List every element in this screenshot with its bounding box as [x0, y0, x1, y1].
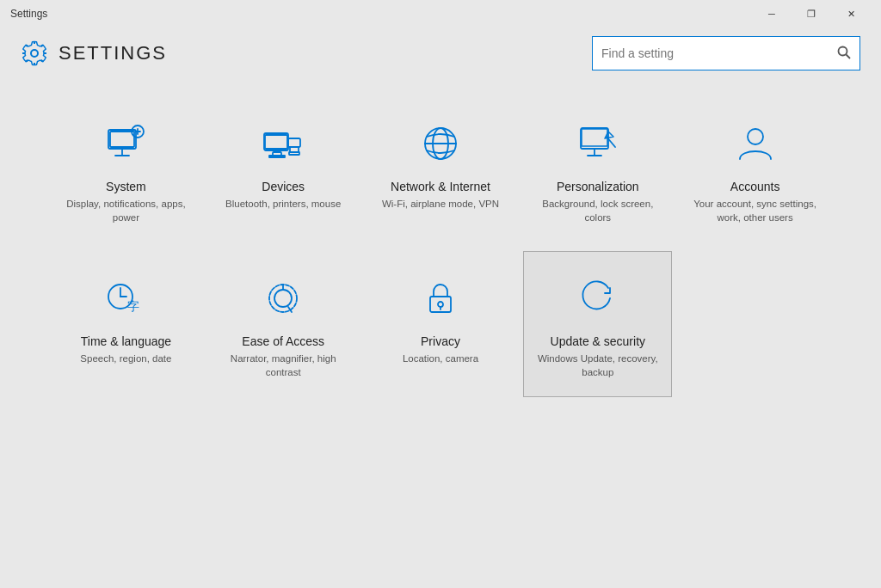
- settings-item-accounts[interactable]: Accounts Your account, sync settings, wo…: [681, 96, 829, 242]
- svg-rect-17: [289, 152, 299, 155]
- settings-item-ease[interactable]: Ease of Access Narrator, magnifier, high…: [209, 251, 358, 397]
- main-content: System Display, notifications, apps, pow…: [0, 79, 881, 423]
- restore-button[interactable]: ❐: [792, 0, 831, 28]
- accounts-desc: Your account, sync settings, work, other…: [692, 197, 818, 224]
- devices-name: Devices: [262, 180, 305, 193]
- settings-item-privacy[interactable]: Privacy Location, camera: [367, 251, 515, 397]
- settings-item-update[interactable]: Update & security Windows Update, recove…: [523, 251, 672, 397]
- personalization-name: Personalization: [557, 180, 639, 193]
- settings-grid-row2: 字 Time & language Speech, region, date E…: [52, 251, 829, 397]
- svg-rect-6: [110, 132, 134, 147]
- network-name: Network & Internet: [391, 180, 490, 193]
- svg-line-2: [847, 54, 851, 58]
- personalization-icon: [572, 118, 624, 169]
- settings-item-time[interactable]: 字 Time & language Speech, region, date: [52, 251, 200, 397]
- settings-item-network[interactable]: Network & Internet Wi-Fi, airplane mode,…: [367, 96, 515, 242]
- svg-rect-11: [288, 138, 300, 147]
- accounts-name: Accounts: [730, 180, 780, 193]
- ease-icon: [257, 273, 309, 324]
- svg-rect-14: [265, 135, 287, 149]
- search-icon: [837, 46, 851, 62]
- settings-gear-icon: [21, 40, 48, 67]
- time-icon: 字: [100, 273, 151, 324]
- close-button[interactable]: ✕: [831, 0, 871, 28]
- system-name: System: [106, 180, 146, 193]
- svg-rect-22: [582, 129, 607, 146]
- titlebar: Settings ─ ❐ ✕: [0, 0, 881, 28]
- svg-text:字: 字: [127, 299, 139, 313]
- minimize-button[interactable]: ─: [752, 0, 792, 28]
- titlebar-controls: ─ ❐ ✕: [752, 0, 871, 28]
- devices-desc: Bluetooth, printers, mouse: [225, 197, 341, 211]
- settings-item-devices[interactable]: Devices Bluetooth, printers, mouse: [209, 96, 358, 242]
- ease-name: Ease of Access: [242, 334, 324, 348]
- svg-point-26: [748, 129, 763, 144]
- svg-rect-10: [264, 133, 288, 150]
- settings-item-personalization[interactable]: Personalization Background, lock screen,…: [523, 96, 672, 242]
- privacy-icon: [415, 273, 466, 324]
- personalization-desc: Background, lock screen, colors: [534, 197, 661, 224]
- system-icon: [100, 118, 151, 169]
- privacy-name: Privacy: [421, 334, 460, 348]
- svg-point-0: [31, 50, 38, 57]
- update-desc: Windows Update, recovery, backup: [534, 352, 661, 379]
- devices-icon: [257, 118, 309, 169]
- search-box[interactable]: [592, 36, 860, 70]
- settings-item-system[interactable]: System Display, notifications, apps, pow…: [52, 96, 200, 242]
- header: SETTINGS: [0, 28, 881, 79]
- update-icon: [572, 273, 624, 324]
- svg-rect-16: [269, 156, 285, 157]
- ease-desc: Narrator, magnifier, high contrast: [220, 352, 347, 379]
- svg-point-32: [274, 290, 292, 307]
- system-desc: Display, notifications, apps, power: [63, 197, 189, 224]
- time-desc: Speech, region, date: [80, 352, 171, 365]
- page-title: SETTINGS: [59, 42, 167, 64]
- settings-grid-row1: System Display, notifications, apps, pow…: [52, 96, 829, 242]
- header-left: SETTINGS: [21, 40, 167, 67]
- titlebar-title: Settings: [10, 8, 47, 20]
- search-input[interactable]: [601, 46, 837, 60]
- network-icon: [415, 118, 466, 169]
- network-desc: Wi-Fi, airplane mode, VPN: [382, 197, 499, 211]
- svg-point-1: [839, 46, 847, 55]
- accounts-icon: [730, 118, 781, 169]
- time-name: Time & language: [81, 334, 171, 348]
- update-name: Update & security: [551, 334, 646, 348]
- privacy-desc: Location, camera: [403, 352, 478, 365]
